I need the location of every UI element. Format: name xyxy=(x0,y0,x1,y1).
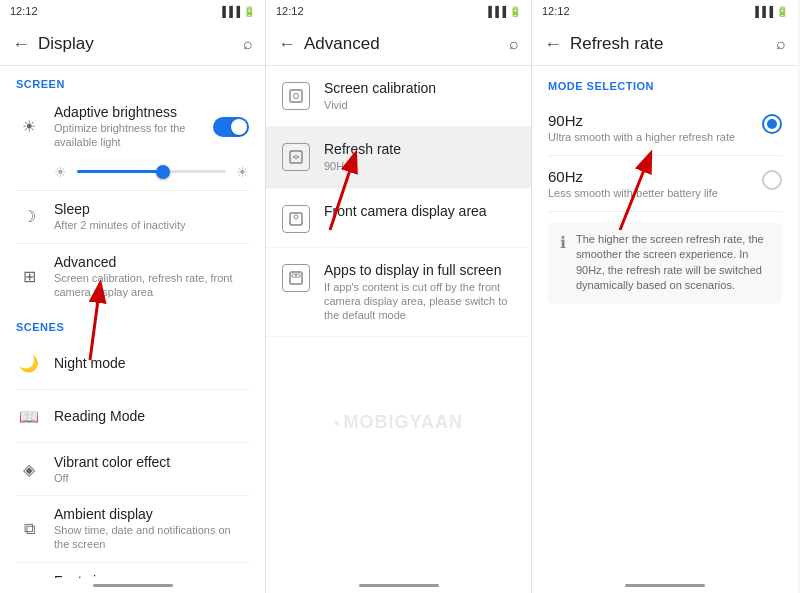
90hz-text: 90Hz Ultra smooth with a higher refresh … xyxy=(548,112,762,143)
advanced-subtitle: Screen calibration, refresh rate, front … xyxy=(54,271,249,300)
apps-fullscreen-item[interactable]: Apps to display in full screen If app's … xyxy=(266,248,531,338)
apps-fullscreen-icon xyxy=(282,264,310,292)
advanced-title: Advanced xyxy=(54,254,249,270)
90hz-radio[interactable] xyxy=(762,114,782,134)
advanced-content: Screen calibration Vivid Refresh rate 90… xyxy=(266,66,531,578)
front-camera-item[interactable]: Front camera display area xyxy=(266,189,531,248)
font-size-title: Font size xyxy=(54,573,249,578)
ambient-display-title: Ambient display xyxy=(54,506,249,522)
apps-fullscreen-title: Apps to display in full screen xyxy=(324,262,515,278)
signal-icon-3: ▐▐▐ xyxy=(752,6,773,17)
ambient-display-subtitle: Show time, date and notifications on the… xyxy=(54,523,249,552)
apps-fullscreen-text: Apps to display in full screen If app's … xyxy=(324,262,515,323)
toolbar-1: ← Display ⌕ xyxy=(0,22,265,66)
scenes-section-label: SCENES xyxy=(0,309,265,337)
back-button-1[interactable]: ← xyxy=(12,35,30,53)
info-box: ℹ The higher the screen refresh rate, th… xyxy=(548,222,782,304)
advanced-text: Advanced Screen calibration, refresh rat… xyxy=(54,254,249,300)
advanced-icon: ⊞ xyxy=(16,263,42,289)
page-title-1: Display xyxy=(38,34,243,54)
ambient-display-icon: ⧉ xyxy=(16,516,42,542)
vibrant-color-item[interactable]: ◈ Vibrant color effect Off xyxy=(0,443,265,495)
status-bar-3: 12:12 ▐▐▐ 🔋 xyxy=(532,0,798,22)
adaptive-brightness-text: Adaptive brightness Optimize brightness … xyxy=(54,104,213,150)
time-1: 12:12 xyxy=(10,5,38,17)
time-2: 12:12 xyxy=(276,5,304,17)
status-bar-1: 12:12 ▐▐▐ 🔋 xyxy=(0,0,265,22)
reading-mode-item[interactable]: 📖 Reading Mode xyxy=(0,390,265,442)
info-text: The higher the screen refresh rate, the … xyxy=(576,232,770,294)
night-mode-icon: 🌙 xyxy=(16,350,42,376)
back-button-2[interactable]: ← xyxy=(278,35,296,53)
radio-inner-90hz xyxy=(767,119,777,129)
status-icons-3: ▐▐▐ 🔋 xyxy=(752,6,788,17)
sleep-title: Sleep xyxy=(54,201,249,217)
60hz-title: 60Hz xyxy=(548,168,762,185)
svg-point-4 xyxy=(294,215,298,219)
refresh-rate-content: MODE SELECTION 90Hz Ultra smooth with a … xyxy=(532,66,798,578)
svg-rect-7 xyxy=(296,274,300,277)
reading-mode-title: Reading Mode xyxy=(54,408,249,424)
sleep-text: Sleep After 2 minutes of inactivity xyxy=(54,201,249,232)
status-bar-2: 12:12 ▐▐▐ 🔋 xyxy=(266,0,531,22)
sleep-icon: ☽ xyxy=(16,204,42,230)
signal-icon-2: ▐▐▐ xyxy=(485,6,506,17)
night-mode-item[interactable]: 🌙 Night mode xyxy=(0,337,265,389)
60hz-subtitle: Less smooth with better battery life xyxy=(548,187,762,199)
scroll-bar-1 xyxy=(93,584,173,587)
display-panel: 12:12 ▐▐▐ 🔋 ← Display ⌕ SCREEN ☀ Adaptiv… xyxy=(0,0,266,593)
screen-section-label: SCREEN xyxy=(0,66,265,94)
toolbar-2: ← Advanced ⌕ xyxy=(266,22,531,66)
display-content: SCREEN ☀ Adaptive brightness Optimize br… xyxy=(0,66,265,578)
front-camera-icon xyxy=(282,205,310,233)
time-3: 12:12 xyxy=(542,5,570,17)
advanced-panel: 12:12 ▐▐▐ 🔋 ← Advanced ⌕ Screen calibrat… xyxy=(266,0,532,593)
screen-calibration-subtitle: Vivid xyxy=(324,98,436,112)
vibrant-color-title: Vibrant color effect xyxy=(54,454,249,470)
font-size-item[interactable]: A Font size Default xyxy=(0,563,265,578)
night-mode-text: Night mode xyxy=(54,355,249,371)
sleep-item[interactable]: ☽ Sleep After 2 minutes of inactivity xyxy=(0,191,265,243)
refresh-rate-text: Refresh rate 90Hz xyxy=(324,141,401,173)
90hz-subtitle: Ultra smooth with a higher refresh rate xyxy=(548,131,762,143)
search-button-3[interactable]: ⌕ xyxy=(776,35,786,53)
status-icons-2: ▐▐▐ 🔋 xyxy=(485,6,521,17)
60hz-option[interactable]: 60Hz Less smooth with better battery lif… xyxy=(532,156,798,211)
refresh-rate-item[interactable]: Refresh rate 90Hz xyxy=(266,127,531,188)
slider-fill xyxy=(77,170,159,173)
advanced-item[interactable]: ⊞ Advanced Screen calibration, refresh r… xyxy=(0,244,265,310)
refresh-rate-subtitle: 90Hz xyxy=(324,159,401,173)
svg-point-1 xyxy=(294,94,299,99)
refresh-rate-panel: 12:12 ▐▐▐ 🔋 ← Refresh rate ⌕ MODE SELECT… xyxy=(532,0,798,593)
refresh-rate-title: Refresh rate xyxy=(324,141,401,157)
font-size-icon: A xyxy=(16,576,42,578)
font-size-text: Font size Default xyxy=(54,573,249,578)
reading-mode-icon: 📖 xyxy=(16,403,42,429)
search-button-2[interactable]: ⌕ xyxy=(509,35,519,53)
ambient-display-item[interactable]: ⧉ Ambient display Show time, date and no… xyxy=(0,496,265,562)
screen-calibration-item[interactable]: Screen calibration Vivid xyxy=(266,66,531,127)
page-title-3: Refresh rate xyxy=(570,34,776,54)
svg-rect-2 xyxy=(290,151,302,163)
90hz-option[interactable]: 90Hz Ultra smooth with a higher refresh … xyxy=(532,100,798,155)
toolbar-3: ← Refresh rate ⌕ xyxy=(532,22,798,66)
adaptive-brightness-toggle[interactable] xyxy=(213,117,249,137)
60hz-radio[interactable] xyxy=(762,170,782,190)
battery-icon-3: 🔋 xyxy=(776,6,788,17)
reading-mode-text: Reading Mode xyxy=(54,408,249,424)
info-icon: ℹ xyxy=(560,233,566,252)
vibrant-color-icon: ◈ xyxy=(16,456,42,482)
refresh-rate-icon xyxy=(282,143,310,171)
search-button-1[interactable]: ⌕ xyxy=(243,35,253,53)
screen-calibration-title: Screen calibration xyxy=(324,80,436,96)
front-camera-text: Front camera display area xyxy=(324,203,487,219)
adaptive-brightness-item[interactable]: ☀ Adaptive brightness Optimize brightnes… xyxy=(0,94,265,160)
slider-thumb xyxy=(156,165,170,179)
back-button-3[interactable]: ← xyxy=(544,35,562,53)
status-icons-1: ▐▐▐ 🔋 xyxy=(219,6,255,17)
signal-icon: ▐▐▐ xyxy=(219,6,240,17)
screen-calibration-text: Screen calibration Vivid xyxy=(324,80,436,112)
brightness-slider[interactable] xyxy=(77,170,226,173)
60hz-text: 60Hz Less smooth with better battery lif… xyxy=(548,168,762,199)
scroll-bar-3 xyxy=(625,584,705,587)
